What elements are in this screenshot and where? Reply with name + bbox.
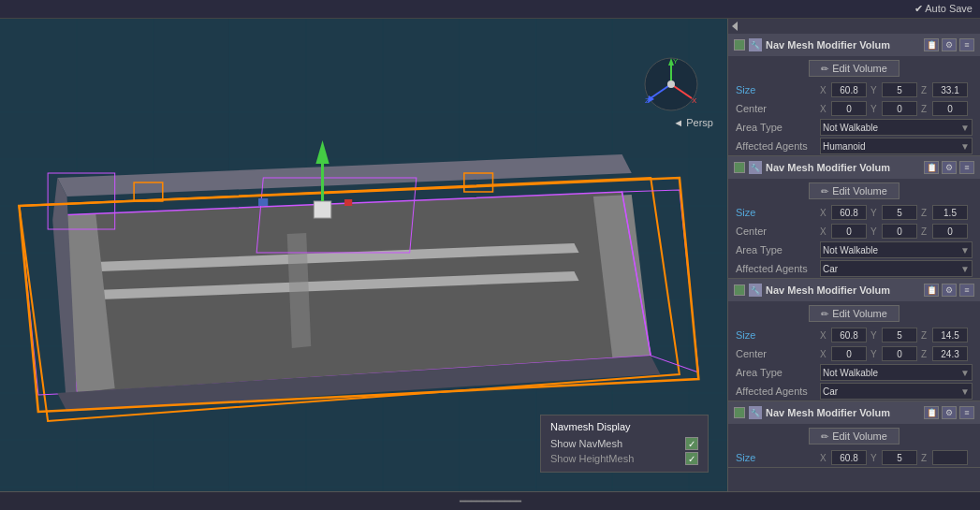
edit-volume-icon-2: ✏ (821, 186, 828, 197)
size-z-input-1[interactable] (932, 82, 968, 97)
size-y-4: Y (870, 450, 917, 465)
svg-text:Y: Y (673, 57, 679, 66)
center-z-2: Z (921, 224, 968, 239)
comp-btn-copy-4[interactable]: 📋 (924, 406, 939, 419)
center-values-3: X Y Z (820, 346, 973, 361)
edit-volume-row-4: ✏ Edit Volume (728, 424, 980, 448)
affected-agents-label-1: Affected Agents (736, 140, 820, 152)
area-type-dropdown-1[interactable]: Not Walkable ▼ (820, 119, 973, 136)
viewport[interactable]: Y Z X ◄ Persp Navmesh Display Show NavMe… (0, 19, 727, 510)
size-y-input-2[interactable] (882, 205, 917, 220)
size-x-input-3[interactable] (831, 328, 867, 342)
navmesh-popup-title: Navmesh Display (550, 421, 698, 432)
size-x-input-2[interactable] (831, 205, 867, 220)
center-z-input-1[interactable] (932, 101, 968, 116)
edit-volume-label-3: Edit Volume (832, 308, 887, 319)
component-title-3: Nav Mesh Modifier Volum (766, 284, 920, 296)
affected-agents-dropdown-1[interactable]: Humanoid ▼ (820, 138, 973, 154)
comp-btn-more-4[interactable]: ≡ (959, 406, 974, 419)
center-row-3: Center X Y Z (728, 344, 980, 363)
navmesh-row-shownavmesh[interactable]: Show NavMesh (550, 436, 698, 451)
comp-btn-copy-3[interactable]: 📋 (924, 284, 939, 297)
center-y-input-1[interactable] (882, 101, 917, 116)
component-checkbox-3[interactable] (734, 284, 745, 296)
center-x-1: X (820, 101, 867, 116)
comp-btn-more-1[interactable]: ≡ (959, 38, 974, 51)
center-y-input-2[interactable] (882, 224, 917, 239)
edit-volume-btn-2[interactable]: ✏ Edit Volume (809, 182, 900, 199)
size-y-3: Y (870, 328, 917, 342)
area-type-arrow-2: ▼ (960, 245, 970, 255)
comp-btn-settings-2[interactable]: ⚙ (942, 161, 957, 174)
area-type-arrow-3: ▼ (960, 368, 970, 378)
size-y-input-4[interactable] (882, 450, 917, 465)
size-row-3: Size X Y Z (728, 326, 980, 344)
comp-btn-more-3[interactable]: ≡ (959, 284, 974, 297)
center-x-input-2[interactable] (831, 224, 867, 239)
area-type-dropdown-2[interactable]: Not Walkable ▼ (820, 241, 973, 258)
size-z-input-4[interactable] (932, 450, 968, 465)
size-y-2: Y (870, 205, 917, 220)
area-type-value-2: Not Walkable (823, 245, 878, 255)
scroll-indicator[interactable]: ━━━━━━━━━━━ (727, 491, 980, 510)
comp-btn-settings-1[interactable]: ⚙ (942, 38, 957, 51)
affected-agents-row-2: Affected Agents Car ▼ (728, 259, 980, 278)
size-x-4: X (820, 450, 867, 465)
center-row-2: Center X Y Z (728, 222, 980, 240)
component-header-3: 🔧 Nav Mesh Modifier Volum 📋 ⚙ ≡ (728, 279, 980, 301)
component-header-4: 🔧 Nav Mesh Modifier Volum 📋 ⚙ ≡ (728, 401, 980, 424)
center-x-input-3[interactable] (831, 346, 867, 361)
center-y-input-3[interactable] (882, 346, 917, 361)
affected-agents-value-3: Car (823, 386, 838, 397)
component-navmesh-3: 🔧 Nav Mesh Modifier Volum 📋 ⚙ ≡ ✏ Edit V… (728, 279, 980, 401)
size-y-input-1[interactable] (882, 82, 917, 97)
area-type-row-2: Area Type Not Walkable ▼ (728, 240, 980, 259)
right-panel: 🔧 Nav Mesh Modifier Volum 📋 ⚙ ≡ ✏ Edit V… (727, 19, 980, 510)
center-x-input-1[interactable] (831, 101, 867, 116)
center-z-input-3[interactable] (932, 346, 968, 361)
size-z-input-3[interactable] (932, 328, 968, 342)
size-y-input-3[interactable] (882, 328, 917, 342)
center-values-2: X Y Z (820, 224, 973, 239)
size-z-3: Z (921, 328, 968, 342)
center-y-3: Y (870, 346, 917, 361)
affected-agents-dropdown-2[interactable]: Car ▼ (820, 260, 973, 277)
edit-volume-label-1: Edit Volume (832, 63, 887, 74)
edit-volume-btn-4[interactable]: ✏ Edit Volume (809, 428, 900, 444)
component-header-2: 🔧 Nav Mesh Modifier Volum 📋 ⚙ ≡ (728, 156, 980, 179)
collapse-arrow[interactable] (732, 22, 738, 31)
component-checkbox-4[interactable] (734, 407, 745, 418)
center-row-1: Center X Y Z (728, 99, 980, 118)
navmesh-row-showheightmesh[interactable]: Show HeightMesh (550, 451, 698, 466)
comp-btn-settings-4[interactable]: ⚙ (942, 406, 957, 419)
svg-point-52 (667, 80, 675, 88)
affected-agents-dropdown-3[interactable]: Car ▼ (820, 383, 973, 400)
component-buttons-2: 📋 ⚙ ≡ (924, 161, 974, 174)
area-type-dropdown-3[interactable]: Not Walkable ▼ (820, 364, 973, 381)
show-heightmesh-label: Show HeightMesh (550, 453, 634, 464)
size-values-3: X Y Z (820, 328, 973, 342)
comp-btn-more-2[interactable]: ≡ (959, 161, 974, 174)
component-title-1: Nav Mesh Modifier Volum (766, 39, 920, 51)
size-x-input-1[interactable] (831, 82, 867, 97)
size-x-input-4[interactable] (831, 450, 867, 465)
center-z-input-2[interactable] (932, 224, 968, 239)
affected-agents-label-3: Affected Agents (736, 386, 820, 397)
show-navmesh-checkbox[interactable] (685, 437, 698, 450)
comp-btn-settings-3[interactable]: ⚙ (942, 284, 957, 297)
edit-volume-btn-1[interactable]: ✏ Edit Volume (809, 60, 900, 77)
show-heightmesh-checkbox[interactable] (685, 452, 698, 465)
comp-btn-copy-1[interactable]: 📋 (924, 38, 939, 51)
center-label-1: Center (736, 103, 820, 114)
size-label-4: Size (736, 452, 820, 463)
edit-volume-btn-3[interactable]: ✏ Edit Volume (809, 305, 900, 322)
component-navmesh-1: 🔧 Nav Mesh Modifier Volum 📋 ⚙ ≡ ✏ Edit V… (728, 34, 980, 156)
component-checkbox-1[interactable] (734, 39, 745, 51)
comp-btn-copy-2[interactable]: 📋 (924, 161, 939, 174)
size-z-4: Z (921, 450, 968, 465)
size-label-3: Size (736, 329, 820, 341)
component-icon-4: 🔧 (749, 406, 762, 419)
component-checkbox-2[interactable] (734, 162, 745, 173)
affected-agents-label-2: Affected Agents (736, 263, 820, 274)
size-z-input-2[interactable] (932, 205, 968, 220)
